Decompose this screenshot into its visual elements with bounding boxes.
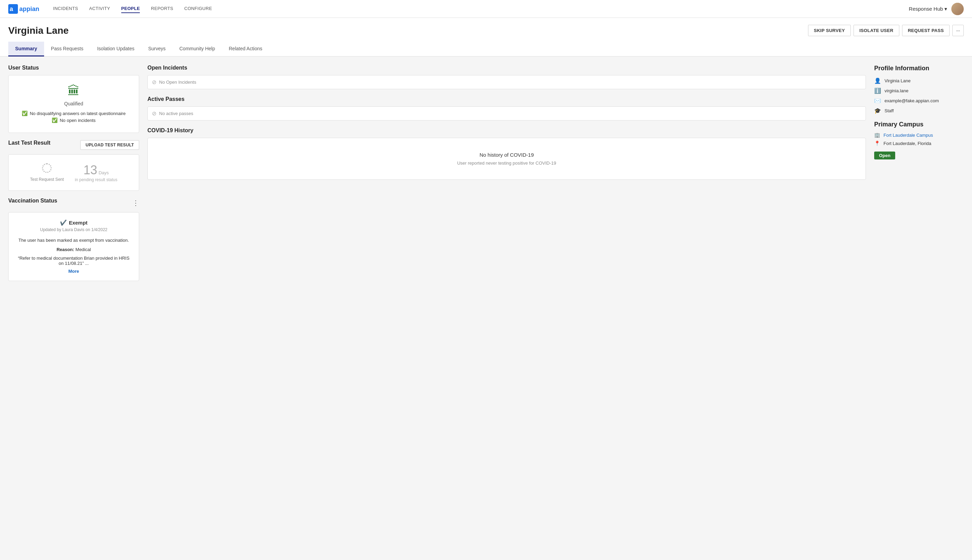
tab-summary[interactable]: Summary bbox=[8, 42, 44, 57]
nav-people[interactable]: PEOPLE bbox=[121, 5, 140, 13]
tab-surveys[interactable]: Surveys bbox=[141, 42, 173, 57]
vaccination-card: ✔️ Exempt Updated by Laura Davis on 1/4/… bbox=[8, 212, 139, 281]
isolate-user-button[interactable]: ISOLATE USER bbox=[854, 25, 899, 36]
tab-isolation-updates[interactable]: Isolation Updates bbox=[90, 42, 141, 57]
campus-building-icon: 🏢 bbox=[874, 132, 880, 138]
graduation-icon: 🎓 bbox=[874, 107, 881, 114]
tab-related-actions[interactable]: Related Actions bbox=[222, 42, 269, 57]
response-hub-dropdown[interactable]: Response Hub ▾ bbox=[909, 6, 947, 12]
no-incidents-icon: ⊘ bbox=[152, 79, 157, 85]
avatar-image bbox=[951, 3, 964, 15]
status-check-2: ✅ No open incidents bbox=[52, 117, 95, 123]
active-passes-title: Active Passes bbox=[147, 96, 866, 102]
profile-email-item: ✉️ example@fake.appian.com bbox=[874, 97, 964, 104]
open-incidents-item: ⊘ No Open Incidents bbox=[147, 75, 866, 89]
no-incidents-text: No Open Incidents bbox=[159, 80, 196, 85]
active-passes-section: Active Passes ⊘ No active passes bbox=[147, 96, 866, 120]
upload-test-result-button[interactable]: UPLOAD TEST RESULT bbox=[80, 140, 139, 150]
avatar[interactable] bbox=[951, 3, 964, 15]
covid-history-section: COVID-19 History No history of COVID-19 … bbox=[147, 127, 866, 180]
nav-activity[interactable]: ACTIVITY bbox=[89, 5, 110, 13]
top-navigation: a appian INCIDENTS ACTIVITY PEOPLE REPOR… bbox=[0, 0, 972, 18]
page-header-top: Virginia Lane SKIP SURVEY ISOLATE USER R… bbox=[8, 25, 964, 36]
profile-role-item: 🎓 Staff bbox=[874, 107, 964, 114]
no-passes-text: No active passes bbox=[159, 111, 193, 116]
primary-campus-section: Primary Campus 🏢 Fort Lauderdale Campus … bbox=[874, 121, 964, 160]
svg-text:a: a bbox=[10, 5, 13, 12]
campus-name-link[interactable]: Fort Lauderdale Campus bbox=[884, 133, 933, 138]
profile-email: example@fake.appian.com bbox=[885, 98, 939, 103]
open-incidents-title: Open Incidents bbox=[147, 65, 866, 71]
page-title: Virginia Lane bbox=[8, 25, 68, 36]
user-status-card: 🏛 Qualified ✅ No disqualifying answers o… bbox=[8, 75, 139, 133]
user-status-section: User Status 🏛 Qualified ✅ No disqualifyi… bbox=[8, 65, 139, 133]
check-icon-1: ✅ bbox=[22, 110, 28, 116]
nav-incidents[interactable]: INCIDENTS bbox=[53, 5, 78, 13]
last-test-header: Last Test Result UPLOAD TEST RESULT bbox=[8, 140, 139, 150]
more-actions-button[interactable]: ··· bbox=[952, 25, 964, 36]
days-number: 13 bbox=[83, 163, 97, 177]
campus-name-item: 🏢 Fort Lauderdale Campus bbox=[874, 132, 964, 138]
right-column: Profile Information 👤 Virginia Lane ℹ️ v… bbox=[874, 65, 964, 281]
days-pending: 13 Days in pending result status bbox=[75, 163, 117, 182]
info-icon: ℹ️ bbox=[874, 87, 881, 94]
tabs-bar: Summary Pass Requests Isolation Updates … bbox=[8, 42, 964, 56]
profile-username: virginia.lane bbox=[885, 88, 908, 93]
no-covid-history-text: No history of COVID-19 bbox=[155, 152, 859, 158]
qualified-status: Qualified bbox=[64, 101, 83, 107]
middle-column: Open Incidents ⊘ No Open Incidents Activ… bbox=[147, 65, 866, 281]
exempt-badge: ✔️ Exempt bbox=[15, 219, 132, 226]
last-test-result-section: Last Test Result UPLOAD TEST RESULT Test… bbox=[8, 140, 139, 191]
spinner-icon bbox=[42, 163, 52, 173]
campus-location-item: 📍 Fort Lauderdale, Florida bbox=[874, 140, 964, 146]
header-actions: SKIP SURVEY ISOLATE USER REQUEST PASS ··… bbox=[808, 25, 964, 36]
open-incidents-section: Open Incidents ⊘ No Open Incidents bbox=[147, 65, 866, 89]
updated-by-text: Updated by Laura Davis on 1/4/2022 bbox=[15, 227, 132, 232]
test-sent-label: Test Request Sent bbox=[30, 177, 64, 182]
quote-text: “Refer to medical documentation Brian pr… bbox=[15, 255, 132, 266]
vaccination-header: Vaccination Status ⋮ bbox=[8, 198, 139, 208]
profile-title: Profile Information bbox=[874, 65, 964, 72]
nav-links: INCIDENTS ACTIVITY PEOPLE REPORTS CONFIG… bbox=[53, 5, 909, 13]
email-icon: ✉️ bbox=[874, 97, 881, 104]
skip-survey-button[interactable]: SKIP SURVEY bbox=[808, 25, 851, 36]
test-result-card: Test Request Sent 13 Days in pending res… bbox=[8, 154, 139, 191]
left-column: User Status 🏛 Qualified ✅ No disqualifyi… bbox=[8, 65, 139, 281]
profile-name-item: 👤 Virginia Lane bbox=[874, 77, 964, 84]
no-passes-icon: ⊘ bbox=[152, 110, 157, 117]
days-sub-text: in pending result status bbox=[75, 177, 117, 182]
vaccination-more-icon[interactable]: ⋮ bbox=[132, 199, 139, 207]
appian-logo-svg: a appian bbox=[8, 4, 39, 14]
request-pass-button[interactable]: REQUEST PASS bbox=[902, 25, 950, 36]
covid-sub-text: User reported never testing positive for… bbox=[155, 160, 859, 166]
page-header: Virginia Lane SKIP SURVEY ISOLATE USER R… bbox=[0, 18, 972, 57]
reason-line: Reason: Medical bbox=[15, 247, 132, 252]
campus-open-badge: Open bbox=[874, 152, 895, 160]
primary-campus-title: Primary Campus bbox=[874, 121, 964, 128]
days-label: Days bbox=[98, 170, 109, 175]
more-link[interactable]: More bbox=[15, 268, 132, 274]
main-content: User Status 🏛 Qualified ✅ No disqualifyi… bbox=[0, 57, 972, 289]
tab-community-help[interactable]: Community Help bbox=[173, 42, 222, 57]
test-request-sent: Test Request Sent bbox=[30, 163, 64, 182]
tab-pass-requests[interactable]: Pass Requests bbox=[44, 42, 90, 57]
user-status-title: User Status bbox=[8, 65, 139, 71]
nav-configure[interactable]: CONFIGURE bbox=[184, 5, 212, 13]
location-icon: 📍 bbox=[874, 140, 880, 146]
nav-reports[interactable]: REPORTS bbox=[151, 5, 173, 13]
nav-right: Response Hub ▾ bbox=[909, 3, 964, 15]
check-icon-2: ✅ bbox=[52, 117, 58, 123]
profile-role: Staff bbox=[885, 108, 894, 113]
profile-name: Virginia Lane bbox=[885, 78, 911, 83]
person-icon: 👤 bbox=[874, 77, 881, 84]
appian-logo[interactable]: a appian bbox=[8, 4, 39, 14]
building-icon: 🏛 bbox=[68, 84, 80, 98]
exempt-description: The user has been marked as exempt from … bbox=[15, 238, 132, 243]
profile-username-item: ℹ️ virginia.lane bbox=[874, 87, 964, 94]
last-test-result-title: Last Test Result bbox=[8, 140, 50, 146]
status-check-1: ✅ No disqualifying answers on latest que… bbox=[22, 110, 125, 116]
exempt-icon: ✔️ bbox=[60, 219, 67, 226]
svg-text:appian: appian bbox=[19, 5, 39, 12]
profile-information-section: Profile Information 👤 Virginia Lane ℹ️ v… bbox=[874, 65, 964, 114]
campus-location-text: Fort Lauderdale, Florida bbox=[884, 141, 931, 146]
